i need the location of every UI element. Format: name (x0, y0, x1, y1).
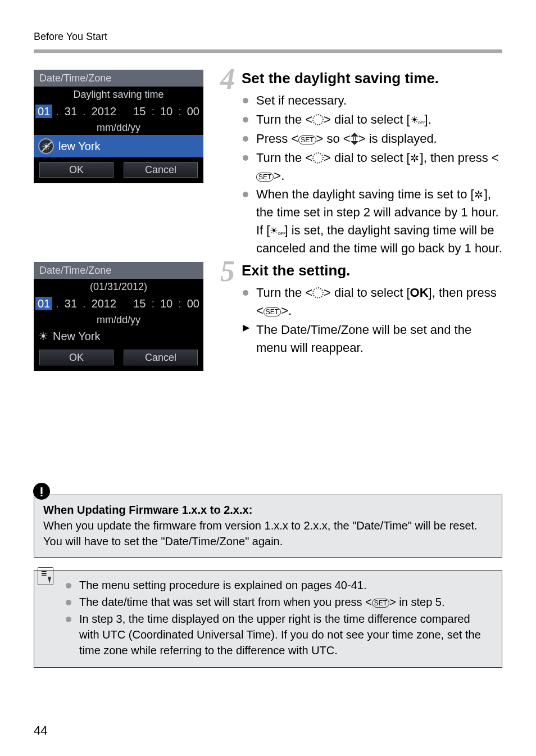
screen-subtitle: Daylight saving time (34, 87, 203, 102)
sun-off-icon (270, 225, 280, 236)
tip-item: The menu setting procedure is explained … (66, 577, 493, 593)
sun-off-icon (410, 115, 420, 125)
sun-off-icon: ☀ (38, 138, 54, 154)
set-icon: SET (372, 599, 389, 608)
dial-icon (312, 114, 324, 125)
sun-icon: ☀ (38, 331, 48, 342)
camera-screen-dst: Date/Time/Zone Daylight saving time 01. … (34, 70, 203, 183)
bullet: Turn the <> dial to select [OK], then pr… (256, 284, 502, 320)
date-format: mm/dd/yy (34, 120, 203, 135)
bullet: Turn the <> dial to select []. (256, 111, 502, 129)
zone-row: ☀ New York (34, 327, 203, 345)
step-number-5: 5 (220, 260, 235, 283)
step-number-4: 4 (220, 67, 235, 91)
tip-item: In step 3, the time displayed on the upp… (66, 611, 493, 658)
result-bullet: The Date/Time/Zone will be set and the m… (256, 321, 502, 357)
step-title: Set the daylight saving time. (242, 70, 502, 87)
tips-note: The menu setting procedure is explained … (34, 570, 502, 668)
set-icon: SET (298, 135, 316, 144)
note-title: When Updating Firmware 1.x.x to 2.x.x: (43, 504, 252, 516)
screen-title: Date/Time/Zone (34, 70, 203, 87)
header-rule (34, 49, 502, 53)
dial-icon (312, 152, 324, 164)
screen-title: Date/Time/Zone (34, 262, 203, 279)
ok-button: OK (39, 162, 113, 178)
bullet: When the daylight saving time is set to … (256, 185, 502, 257)
zone-row: ☀ lew York (34, 135, 203, 157)
screen-subtitle: (01/31/2012) (34, 279, 203, 295)
tip-item: The date/time that was set will start fr… (66, 594, 493, 610)
updown-icon (351, 133, 358, 145)
cancel-button: Cancel (124, 350, 198, 365)
bullet: Turn the <> dial to select [], then pres… (256, 149, 502, 185)
notes-icon (38, 567, 53, 585)
set-icon: SET (264, 307, 281, 316)
page-number: 44 (34, 723, 47, 738)
date-row: 01. 31. 2012 15: 10: 00 (34, 295, 203, 313)
note-body: When you update the firmware from versio… (43, 519, 478, 547)
bullet: Press <SET> so <> is displayed. (256, 130, 502, 148)
dial-icon (312, 287, 324, 298)
warning-icon: i (33, 483, 50, 500)
section-header: Before You Start (34, 31, 502, 43)
ok-button: OK (39, 350, 113, 365)
cancel-button: Cancel (124, 162, 198, 178)
bullet: Set if necessary. (256, 92, 502, 110)
date-row: 01. 31. 2012 15: 10: 00 (34, 102, 203, 120)
camera-screen-exit: Date/Time/Zone (01/31/2012) 01. 31. 2012… (34, 262, 203, 371)
sun-on-icon (474, 189, 484, 200)
date-format: mm/dd/yy (34, 313, 203, 327)
step-title: Exit the setting. (242, 262, 502, 279)
sun-on-icon (410, 153, 420, 163)
warning-note: i When Updating Firmware 1.x.x to 2.x.x:… (34, 495, 502, 558)
set-icon: SET (256, 173, 274, 182)
